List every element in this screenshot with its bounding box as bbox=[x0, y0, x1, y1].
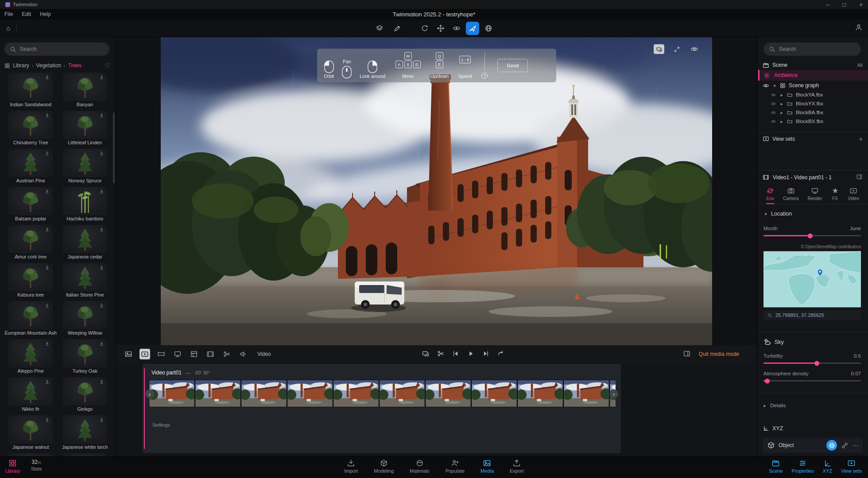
skip-end-button[interactable] bbox=[482, 350, 490, 359]
stats-indicator[interactable]: 32% Stats bbox=[31, 459, 42, 474]
quit-media-mode-button[interactable]: Quit media mode bbox=[699, 351, 739, 357]
location-map[interactable] bbox=[763, 251, 861, 308]
download-icon[interactable] bbox=[99, 227, 105, 232]
scene-section-header[interactable]: Scene All bbox=[757, 60, 868, 70]
loop-button[interactable] bbox=[497, 350, 505, 359]
download-icon[interactable] bbox=[99, 150, 105, 156]
previous-view-button[interactable] bbox=[418, 22, 431, 35]
library-item[interactable]: Littleleaf Linden bbox=[58, 111, 112, 149]
close-button[interactable]: × bbox=[859, 1, 863, 8]
caret-right-icon[interactable]: ▸ bbox=[779, 119, 784, 124]
download-icon[interactable] bbox=[99, 417, 105, 423]
eye-icon[interactable] bbox=[771, 101, 776, 107]
play-button[interactable] bbox=[467, 350, 475, 359]
library-item[interactable] bbox=[58, 453, 112, 456]
add-view-set-button[interactable]: + bbox=[859, 135, 863, 143]
taskbar-viewsets-button[interactable]: View sets bbox=[841, 459, 862, 474]
library-item-thumbnail[interactable] bbox=[8, 415, 53, 443]
scene-graph-node[interactable]: ▸ BlockBA.fbx bbox=[757, 108, 868, 117]
viewport-render[interactable] bbox=[161, 37, 712, 345]
eye-icon[interactable] bbox=[771, 110, 776, 116]
library-item-thumbnail[interactable] bbox=[63, 73, 107, 101]
taskbar-materials-button[interactable]: Materials bbox=[410, 459, 430, 474]
breadcrumb-trees[interactable]: Trees bbox=[68, 62, 81, 69]
scene-search[interactable] bbox=[763, 42, 861, 56]
library-scrollbar[interactable] bbox=[113, 112, 115, 183]
coordinates-input[interactable] bbox=[775, 312, 857, 318]
turbidity-slider[interactable] bbox=[763, 362, 861, 364]
library-item-thumbnail[interactable] bbox=[63, 377, 107, 405]
library-item-thumbnail[interactable] bbox=[63, 415, 107, 443]
view-sets-header[interactable]: View sets + bbox=[757, 132, 868, 145]
globe-tool-button[interactable] bbox=[482, 22, 495, 35]
caret-right-icon[interactable]: ▸ bbox=[779, 110, 784, 115]
world-map[interactable] bbox=[763, 251, 861, 308]
library-item[interactable]: Japanese walnut bbox=[4, 415, 58, 453]
filmstrip-prev-button[interactable]: ‹ bbox=[145, 389, 154, 398]
library-item[interactable]: Nikko fir bbox=[4, 377, 58, 415]
download-icon[interactable] bbox=[99, 74, 105, 80]
library-item-thumbnail[interactable] bbox=[8, 339, 53, 367]
library-item-thumbnail[interactable] bbox=[63, 339, 107, 367]
timeline-frame[interactable] bbox=[563, 380, 609, 407]
image-media-button[interactable] bbox=[123, 349, 134, 359]
library-item-thumbnail[interactable] bbox=[8, 187, 53, 215]
library-item[interactable]: Katsura tree bbox=[4, 263, 58, 301]
library-search[interactable] bbox=[4, 42, 109, 56]
library-item[interactable]: Weeping Willow bbox=[58, 301, 112, 339]
month-slider-knob[interactable] bbox=[808, 233, 813, 238]
download-icon[interactable] bbox=[99, 189, 105, 194]
timeline-frame[interactable] bbox=[333, 380, 379, 407]
taskbar-library-button[interactable]: Library bbox=[5, 459, 20, 474]
sky-header[interactable]: Sky bbox=[763, 338, 861, 346]
taskbar-scene-button[interactable]: Scene bbox=[769, 459, 783, 474]
atmosphere-slider-knob[interactable] bbox=[765, 378, 770, 383]
fullscreen-button[interactable] bbox=[671, 44, 682, 54]
move-tool-button[interactable] bbox=[434, 22, 447, 35]
taskbar-xyz-button[interactable]: XYZ bbox=[823, 459, 832, 474]
trim-button[interactable] bbox=[437, 350, 445, 359]
visibility-button[interactable] bbox=[689, 44, 700, 54]
download-icon[interactable] bbox=[99, 265, 105, 270]
download-icon[interactable] bbox=[99, 112, 105, 118]
fly-navigation-button[interactable] bbox=[466, 22, 479, 35]
menu-edit[interactable]: Edit bbox=[22, 11, 31, 17]
taskbar-import-button[interactable]: Import bbox=[344, 459, 358, 474]
library-item-thumbnail[interactable] bbox=[8, 263, 53, 291]
download-icon[interactable] bbox=[44, 150, 50, 156]
tab-render[interactable]: Render bbox=[808, 187, 822, 204]
object-row[interactable]: Object ⋯ bbox=[763, 438, 863, 453]
download-icon[interactable] bbox=[44, 379, 50, 385]
download-icon[interactable] bbox=[44, 341, 50, 347]
library-item[interactable] bbox=[4, 453, 58, 456]
scene-search-input[interactable] bbox=[779, 46, 856, 52]
tab-video[interactable]: Video bbox=[848, 187, 859, 204]
scene-filter-all[interactable]: All bbox=[857, 62, 863, 68]
nav-confirm-button[interactable]: Good bbox=[497, 59, 528, 72]
library-item[interactable]: Austrian Pine bbox=[4, 149, 58, 187]
download-icon[interactable] bbox=[44, 417, 50, 423]
link-icon[interactable] bbox=[841, 442, 848, 449]
library-item-thumbnail[interactable] bbox=[8, 73, 53, 101]
timeline-frame[interactable] bbox=[425, 380, 471, 407]
clip-name[interactable]: Video part01 bbox=[151, 370, 182, 376]
library-item[interactable]: Ginkgo bbox=[58, 377, 112, 415]
filmstrip[interactable] bbox=[149, 380, 616, 408]
tab-camera[interactable]: Camera bbox=[783, 187, 799, 204]
library-item[interactable]: Japanese cedar bbox=[58, 225, 112, 263]
filmstrip-next-button[interactable]: › bbox=[609, 389, 618, 398]
taskbar-populate-button[interactable]: Populate bbox=[446, 459, 465, 474]
library-item[interactable]: Balsam poplar bbox=[4, 187, 58, 225]
library-item[interactable]: Indian Sandalwood bbox=[4, 73, 58, 111]
scene-graph-header[interactable]: ▾ Scene graph bbox=[757, 81, 868, 90]
caret-right-icon[interactable]: ▸ bbox=[779, 101, 784, 106]
library-item[interactable]: Norway Spruce bbox=[58, 149, 112, 187]
detach-panel-button[interactable] bbox=[856, 173, 863, 181]
aspect-button[interactable] bbox=[422, 350, 430, 359]
viewport[interactable]: Orbit Pan Look around bbox=[161, 37, 712, 345]
layers-tool-button[interactable] bbox=[373, 22, 386, 35]
details-expander[interactable]: ▸ Details bbox=[757, 400, 868, 411]
scene-graph-node[interactable]: ▸ BlockYA.fbx bbox=[757, 90, 868, 99]
library-item[interactable]: Hachiku bamboo bbox=[58, 187, 112, 225]
clip-settings-button[interactable]: Settings bbox=[152, 422, 621, 428]
